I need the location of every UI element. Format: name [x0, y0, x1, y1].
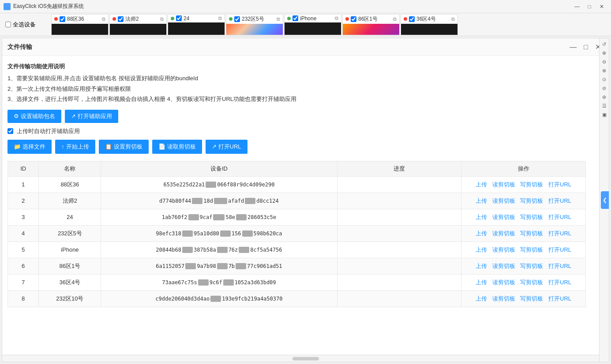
write-clipboard-link[interactable]: 写剪切板	[520, 197, 543, 204]
copy-icon-5[interactable]: ⧉	[393, 16, 397, 22]
read-clipboard-link[interactable]: 读剪切板	[492, 279, 515, 286]
device-checkbox-3[interactable]	[234, 16, 240, 22]
device-checkbox-5[interactable]	[351, 16, 356, 22]
read-clipboard-link[interactable]: 读剪切板	[492, 246, 515, 253]
copy-icon-1[interactable]: ⧉	[160, 16, 164, 22]
sidebar-btn-8[interactable]: ▣	[600, 111, 608, 119]
set-aux-pkg-button[interactable]: ⚙ 设置辅助包名	[7, 110, 61, 123]
device-tab-5[interactable]: 86区1号 ⧉	[342, 14, 400, 35]
upload-link[interactable]: 上传	[476, 246, 487, 253]
sidebar-btn-2[interactable]: ⊖	[600, 58, 608, 66]
upload-link[interactable]: 上传	[476, 230, 487, 237]
upload-link[interactable]: 上传	[476, 295, 487, 302]
cell-progress	[337, 209, 461, 225]
blurred-id-part	[217, 263, 228, 269]
write-clipboard-link[interactable]: 写剪切板	[520, 295, 543, 302]
cell-progress	[337, 176, 461, 193]
upload-link[interactable]: 上传	[476, 263, 487, 269]
open-aux-button[interactable]: ↗ 打开辅助应用	[65, 110, 118, 123]
settings-icon: ⚙	[14, 113, 19, 119]
device-checkbox-6[interactable]	[409, 16, 415, 22]
cell-name: 86区1号	[39, 258, 101, 274]
set-clipboard-button[interactable]: 📋 设置剪切板	[99, 140, 149, 154]
cell-id: 6	[8, 258, 39, 274]
read-clipboard-button[interactable]: 📄 读取剪切板	[152, 140, 202, 154]
select-all-label: 全选设备	[13, 21, 36, 29]
device-tab-6[interactable]: 36区4号 ⧉	[401, 14, 458, 35]
copy-icon-2[interactable]: ⧉	[218, 15, 222, 21]
write-clipboard-link[interactable]: 写剪切板	[520, 181, 543, 188]
upload-link[interactable]: 上传	[476, 214, 487, 220]
device-tab-0[interactable]: 88区36 ⧉	[51, 14, 109, 35]
instruction-step-3: 3、选择文件，进行上传即可，上传图片和视频会自动插入相册 4、剪切板读写和打开U…	[7, 94, 586, 104]
modal-minimize-btn[interactable]: —	[567, 42, 579, 52]
sidebar-expand-btn[interactable]: ❮	[601, 191, 609, 209]
write-clipboard-link[interactable]: 写剪切板	[520, 230, 543, 237]
device-dot-1	[112, 17, 116, 21]
cell-id: 1	[8, 176, 39, 193]
select-all-checkbox[interactable]	[5, 22, 11, 27]
sidebar-btn-1[interactable]: ⊕	[600, 49, 608, 57]
copy-icon-6[interactable]: ⧉	[451, 16, 455, 22]
device-checkbox-4[interactable]	[292, 15, 298, 21]
auto-open-checkbox[interactable]	[7, 128, 13, 134]
cell-device-id: 98efc318 95a10d80 156 598b620ca	[101, 225, 337, 241]
modal-restore-btn[interactable]: □	[581, 42, 591, 52]
maximize-button[interactable]: □	[584, 2, 595, 11]
open-url-link[interactable]: 打开URL	[548, 197, 571, 204]
device-tabs-bar: 全选设备 88区36 ⧉ 法师2 ⧉ 24 ⧉	[0, 13, 611, 36]
sidebar-btn-3[interactable]: ⊗	[600, 67, 608, 74]
cell-device-id: 6535e225d22a1 066f88r9dc4d09e290	[101, 176, 337, 193]
read-clipboard-link[interactable]: 读剪切板	[492, 230, 515, 237]
open-url-link[interactable]: 打开URL	[548, 263, 571, 269]
upload-link[interactable]: 上传	[476, 279, 487, 286]
device-checkbox-2[interactable]	[176, 15, 182, 21]
instructions-title: 文件传输功能使用说明	[7, 61, 586, 71]
open-url-link[interactable]: 打开URL	[548, 246, 571, 253]
upload-link[interactable]: 上传	[476, 197, 487, 204]
open-url-link[interactable]: 打开URL	[548, 279, 571, 286]
device-checkbox-0[interactable]	[60, 16, 65, 22]
upload-link[interactable]: 上传	[476, 181, 487, 188]
open-url-button[interactable]: ↗ 打开URL	[206, 140, 247, 154]
copy-icon-0[interactable]: ⧉	[102, 16, 105, 22]
scrollbar-thumb[interactable]	[292, 357, 319, 360]
device-preview-2	[168, 22, 225, 35]
sidebar-refresh-btn[interactable]: ↺	[600, 40, 608, 48]
select-all-container: 全选设备	[2, 19, 50, 30]
device-tab-1[interactable]: 法师2 ⧉	[109, 14, 167, 35]
device-tab-3[interactable]: 232区5号 ⧉	[226, 14, 283, 35]
device-checkbox-1[interactable]	[118, 16, 124, 22]
sidebar-btn-4[interactable]: ⊙	[600, 75, 608, 83]
start-upload-button[interactable]: ↑ 开始上传	[55, 140, 95, 154]
cell-ops: 上传 读剪切板 写剪切板 打开URL	[461, 225, 586, 241]
write-clipboard-link[interactable]: 写剪切板	[520, 279, 543, 286]
read-clipboard-link[interactable]: 读剪切板	[492, 263, 515, 269]
bottom-scrollbar[interactable]	[2, 355, 609, 362]
device-tab-4[interactable]: iPhone ⧉	[284, 14, 341, 35]
sidebar-btn-7[interactable]: ☰	[600, 102, 608, 110]
minimize-button[interactable]: —	[571, 2, 583, 11]
open-url-link[interactable]: 打开URL	[548, 295, 571, 302]
sidebar-btn-5[interactable]: ⊘	[600, 84, 608, 92]
open-url-link[interactable]: 打开URL	[548, 230, 571, 237]
select-file-button[interactable]: 📁 选择文件	[7, 140, 52, 154]
read-clipboard-link[interactable]: 读剪切板	[492, 295, 515, 302]
open-url-link[interactable]: 打开URL	[548, 181, 571, 188]
blurred-id-part	[213, 214, 225, 220]
device-name-5: 86区1号	[358, 15, 391, 23]
device-tab-header-4: iPhone ⧉	[285, 15, 341, 22]
copy-icon-4[interactable]: ⧉	[335, 15, 338, 21]
copy-icon-3[interactable]: ⧉	[277, 16, 280, 22]
write-clipboard-link[interactable]: 写剪切板	[520, 214, 543, 220]
close-button[interactable]: ✕	[596, 2, 607, 11]
open-url-link[interactable]: 打开URL	[548, 214, 571, 220]
device-tab-2[interactable]: 24 ⧉	[168, 14, 225, 35]
sidebar-btn-6[interactable]: ⊛	[600, 93, 608, 101]
cell-ops: 上传 读剪切板 写剪切板 打开URL	[461, 241, 586, 258]
write-clipboard-link[interactable]: 写剪切板	[520, 246, 543, 253]
read-clipboard-link[interactable]: 读剪切板	[492, 214, 515, 220]
read-clipboard-link[interactable]: 读剪切板	[492, 181, 515, 188]
read-clipboard-link[interactable]: 读剪切板	[492, 197, 515, 204]
write-clipboard-link[interactable]: 写剪切板	[520, 263, 543, 269]
